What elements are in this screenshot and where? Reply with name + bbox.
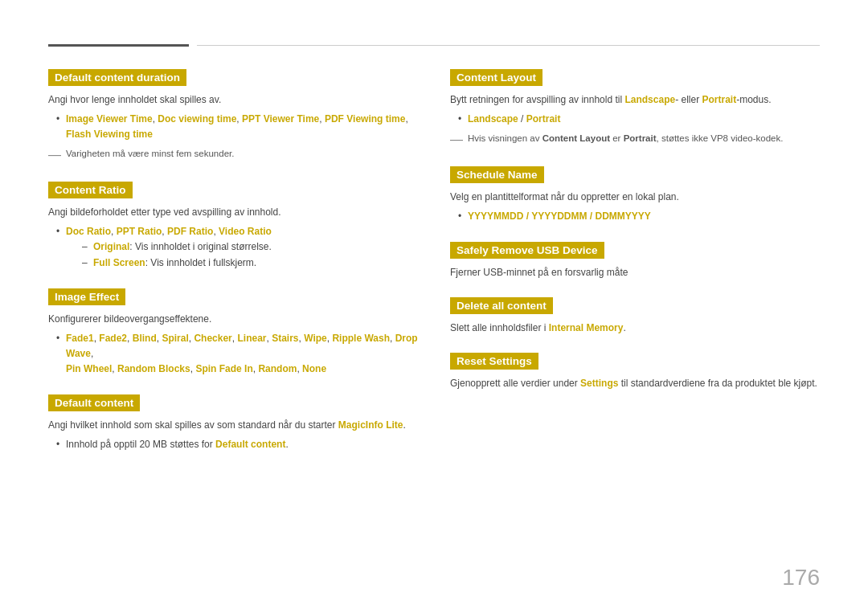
bullets-content-ratio: Doc Ratio, PPT Ratio, PDF Ratio, Video R… [48,224,418,271]
highlight-text: None [302,363,326,374]
bullet-item: YYYYMMDD / YYYYDDMM / DDMMYYYY [458,209,820,224]
bullets-default-content: Innhold på opptil 20 MB støttes for Defa… [48,437,418,452]
highlight-text: Flash Viewing time [66,129,153,140]
heading-image-effect: Image Effect [48,288,125,305]
rule-thin [197,45,820,46]
highlight-text: MagicInfo Lite [338,419,403,431]
top-rules [48,44,820,47]
highlight-text: Landscape [468,113,518,125]
highlight-text: Portrait [526,113,561,125]
section-safely-remove-usb: Safely Remove USB Device Fjerner USB-min… [450,242,820,280]
desc-safely-remove-usb: Fjerner USB-minnet på en forsvarlig måte [450,265,820,280]
warning-dash: — [48,147,61,164]
columns: Default content duration Angi hvor lenge… [48,69,820,470]
highlight-text: PDF Ratio [167,226,213,237]
highlight-text: Settings [580,378,618,389]
highlight-text: Doc Ratio [66,226,111,237]
sub-bullets-content-ratio: Original: Vis innholdet i original størr… [66,239,418,270]
highlight-text: Checker [194,333,231,344]
left-column: Default content duration Angi hvor lenge… [48,69,418,470]
highlight-text: Image Viewer Time [66,113,153,125]
warning-text: Hvis visningen av Content Layout er Port… [468,132,783,145]
highlight-text: Landscape [624,94,675,105]
desc-reset-settings: Gjenopprett alle verdier under Settings … [450,376,820,390]
desc-schedule-name: Velg en plantittelformat når du opprette… [450,190,820,204]
desc-content-ratio: Angi bildeforholdet etter type ved avspi… [48,205,418,219]
heading-default-content-duration: Default content duration [48,69,186,86]
highlight-text: Random Blocks [117,363,190,374]
desc-default-content-duration: Angi hvor lenge innholdet skal spilles a… [48,92,418,107]
bullets-schedule-name: YYYYMMDD / YYYYDDMM / DDMMYYYY [450,209,820,224]
highlight-text: Doc viewing time [158,113,236,125]
highlight-text: Ripple Wash [332,333,390,344]
bullets-default-content-duration: Image Viewer Time, Doc viewing time, PPT… [48,112,418,142]
highlight-text: PPT Viewer Time [242,113,319,125]
heading-delete-all-content: Delete all content [450,297,553,314]
heading-content-layout: Content Layout [450,69,542,86]
bullet-item: Image Viewer Time, Doc viewing time, PPT… [56,112,418,142]
highlight-text: Original [93,241,129,252]
section-image-effect: Image Effect Konfigurerer bildeovergangs… [48,288,418,378]
highlight-text: Video Ratio [219,226,272,237]
highlight-text: Fade2 [99,333,127,344]
highlight-text: Fade1 [66,333,94,344]
section-content-ratio: Content Ratio Angi bildeforholdet etter … [48,182,418,271]
highlight-text: Random [258,363,297,374]
rule-thick [48,44,189,47]
warning-dash: — [450,132,463,149]
bullet-item: Innhold på opptil 20 MB støttes for Defa… [56,437,418,452]
highlight-text: Spin Fade In [195,363,252,374]
sub-bullet-item: Full Screen: Vis innholdet i fullskjerm. [82,255,418,271]
bullet-item: Fade1, Fade2, Blind, Spiral, Checker, Li… [56,331,418,378]
bullet-item: Landscape / Portrait [458,112,820,127]
highlight-text: Pin Wheel [66,363,112,374]
bold-text: Content Layout [542,133,610,143]
warning-text: Varigheten må være minst fem sekunder. [66,147,234,161]
heading-content-ratio: Content Ratio [48,182,133,198]
highlight-text: PPT Ratio [117,226,162,237]
desc-default-content: Angi hvilket innhold som skal spilles av… [48,418,418,432]
page-container: Default content duration Angi hvor lenge… [0,0,868,502]
heading-default-content: Default content [48,394,140,411]
highlight-text: Full Screen [93,257,145,268]
bullet-item: Doc Ratio, PPT Ratio, PDF Ratio, Video R… [56,224,418,271]
section-default-content: Default content Angi hvilket innhold som… [48,394,418,452]
highlight-text: Wipe [304,333,327,344]
highlight-text: Portrait [702,94,737,105]
desc-image-effect: Konfigurerer bildeovergangseffektene. [48,312,418,326]
highlight-text: Stairs [272,333,298,344]
bullets-image-effect: Fade1, Fade2, Blind, Spiral, Checker, Li… [48,331,418,378]
heading-schedule-name: Schedule Name [450,166,544,183]
warning-note: — Varigheten må være minst fem sekunder. [48,147,418,164]
section-reset-settings: Reset Settings Gjenopprett alle verdier … [450,353,820,390]
section-delete-all-content: Delete all content Slett alle innholdsfi… [450,297,820,335]
highlight-text: Internal Memory [549,322,624,333]
highlight-text: Spiral [162,333,188,344]
desc-content-layout: Bytt retningen for avspilling av innhold… [450,92,820,107]
warning-note-content-layout: — Hvis visningen av Content Layout er Po… [450,132,820,149]
highlight-text: PDF Viewing time [325,113,405,125]
section-content-layout: Content Layout Bytt retningen for avspil… [450,69,820,149]
heading-reset-settings: Reset Settings [450,353,538,370]
right-column: Content Layout Bytt retningen for avspil… [450,69,820,470]
highlight-text: YYYYMMDD / YYYYDDMM / DDMMYYYY [468,210,651,222]
section-default-content-duration: Default content duration Angi hvor lenge… [48,69,418,164]
desc-delete-all-content: Slett alle innholdsfiler i Internal Memo… [450,321,820,335]
page-number: 176 [782,565,820,591]
highlight-text: Default content [215,439,285,450]
highlight-text: Linear [237,333,266,344]
bullets-content-layout: Landscape / Portrait [450,112,820,127]
bold-text: Portrait [624,133,657,143]
heading-safely-remove-usb: Safely Remove USB Device [450,242,604,259]
section-schedule-name: Schedule Name Velg en plantittelformat n… [450,166,820,224]
highlight-text: Blind [133,333,157,344]
sub-bullet-item: Original: Vis innholdet i original størr… [82,239,418,255]
